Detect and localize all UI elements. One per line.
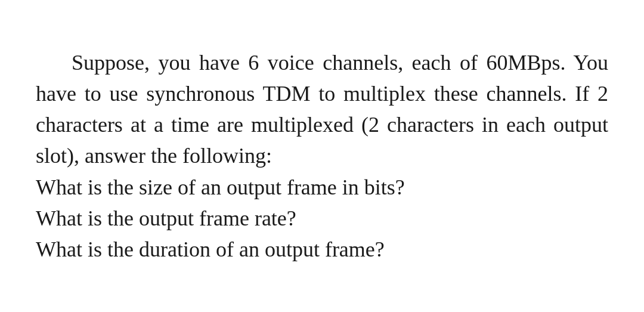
question-1: What is the size of an output frame in b… (36, 172, 608, 203)
question-3-text: What is the duration of an output frame? (36, 237, 385, 261)
question-1-text: What is the size of an output frame in b… (36, 175, 405, 199)
question-2-text: What is the output frame rate? (36, 206, 296, 230)
intro-paragraph: Suppose, you have 6 voice channels, each… (36, 47, 608, 172)
intro-text: Suppose, you have 6 voice channels, each… (36, 51, 608, 168)
question-3: What is the duration of an output frame? (36, 234, 608, 265)
main-content: Suppose, you have 6 voice channels, each… (18, 35, 626, 277)
question-2: What is the output frame rate? (36, 203, 608, 234)
